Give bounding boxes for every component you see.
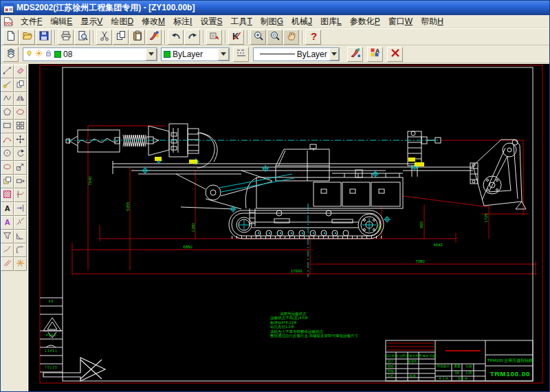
- open-button[interactable]: [19, 30, 35, 45]
- color-combo[interactable]: ByLayer: [161, 47, 230, 61]
- print-button[interactable]: [58, 30, 74, 45]
- toolbar-separator: [302, 30, 303, 44]
- move-icon: [16, 134, 25, 146]
- zoom-window-icon: [270, 30, 280, 44]
- color-combo-arrow[interactable]: [218, 48, 229, 61]
- toolbar-separator: [93, 30, 94, 44]
- new-button[interactable]: [3, 30, 19, 45]
- sketch-icon: [3, 244, 12, 257]
- layer-on-icon: [25, 50, 33, 59]
- erase-icon: [16, 65, 25, 78]
- svg-text:A: A: [5, 204, 10, 213]
- color-text-button[interactable]: A: [367, 47, 383, 62]
- match-properties-button[interactable]: [347, 47, 363, 62]
- sheet-frame: [40, 67, 533, 381]
- mline-icon: [3, 258, 12, 270]
- menu-p[interactable]: 参数化P: [346, 15, 384, 28]
- linetype-manager-button[interactable]: [233, 47, 249, 62]
- tool-block-button[interactable]: [1, 175, 14, 188]
- menu-v[interactable]: 显示V: [76, 15, 107, 28]
- tool-ellipse-button[interactable]: [1, 161, 14, 175]
- tool-mirror-button[interactable]: [14, 92, 27, 106]
- drawing-canvas[interactable]: TRM100 全液压旋挖钻机 TRM100.00 704059551380453…: [28, 64, 549, 391]
- menu-h[interactable]: 帮助H: [417, 15, 448, 28]
- menu-t[interactable]: 工具T: [226, 15, 256, 28]
- tool-circle-button[interactable]: [1, 147, 14, 161]
- tool-polyline-button[interactable]: [1, 92, 14, 106]
- undo-button[interactable]: [168, 30, 184, 45]
- cut-button[interactable]: [96, 30, 112, 45]
- tool-rotate-button[interactable]: [14, 147, 27, 161]
- menu-f[interactable]: 文件F: [16, 15, 46, 28]
- tool-move-button[interactable]: [14, 133, 27, 147]
- pan-button[interactable]: [283, 30, 299, 45]
- current-layer: 08: [63, 50, 72, 59]
- preview-icon: [77, 30, 88, 44]
- svg-text:DOC: DOC: [5, 21, 13, 25]
- format-brush-button[interactable]: [146, 30, 162, 45]
- hatch-icon: [3, 189, 12, 202]
- tool-ray-button[interactable]: [1, 78, 14, 92]
- menu-i[interactable]: 标注I: [169, 15, 196, 28]
- tool-extend-button[interactable]: [14, 202, 27, 216]
- direction-arrow: [43, 358, 105, 381]
- delete-button[interactable]: [387, 47, 403, 62]
- cad-drawing: [29, 64, 550, 392]
- linetype-combo[interactable]: ByLayer: [253, 47, 340, 61]
- tool-chamfer-button[interactable]: [14, 230, 27, 243]
- tool-array-button[interactable]: [14, 120, 27, 133]
- menu-e[interactable]: 编辑E: [46, 15, 76, 28]
- menu-d[interactable]: 绘图D: [107, 15, 138, 28]
- menu-l[interactable]: 图库L: [316, 15, 346, 28]
- zoom-window-button[interactable]: [267, 30, 283, 45]
- tool-stretch-button[interactable]: [14, 175, 27, 188]
- linetype-combo-arrow[interactable]: [329, 48, 339, 61]
- redo-button[interactable]: [184, 30, 200, 45]
- document-icon[interactable]: DOC: [3, 17, 14, 27]
- menu-j[interactable]: 机械J: [287, 15, 316, 28]
- menu-s[interactable]: 设置S: [196, 15, 226, 28]
- zoom-in-button[interactable]: [250, 30, 266, 45]
- save-button[interactable]: [36, 30, 52, 45]
- svg-text:?: ?: [311, 30, 317, 41]
- layer-manager-button[interactable]: [3, 47, 19, 62]
- tool-arc-button[interactable]: [1, 133, 14, 147]
- copy-button[interactable]: [113, 30, 129, 45]
- tool-sketch-button[interactable]: [1, 243, 14, 257]
- tool-mline-button[interactable]: [1, 257, 14, 271]
- redo-icon: [187, 30, 198, 44]
- tool-cloud-button[interactable]: [14, 106, 27, 120]
- print-icon: [60, 30, 72, 44]
- tool-polygon-button[interactable]: [1, 106, 14, 120]
- insert-block-button[interactable]: [206, 30, 222, 45]
- tool-fillet-button[interactable]: [14, 243, 27, 257]
- redraw-button[interactable]: K: [228, 30, 244, 45]
- tool-scale-button[interactable]: [14, 161, 27, 175]
- tool-trim-button[interactable]: [14, 188, 27, 202]
- menu-g[interactable]: 制图G: [256, 15, 287, 28]
- tool-hatch-button[interactable]: [1, 188, 14, 202]
- layer-combo[interactable]: 08: [23, 47, 157, 61]
- menu-w[interactable]: 窗口W: [384, 15, 417, 28]
- menu-items: 文件F编辑E显示V绘图D修改M标注I设置S工具T制图G机械J图库L参数化P窗口W…: [16, 15, 448, 28]
- layer-combo-arrow[interactable]: [146, 48, 157, 61]
- tool-copy-obj-button[interactable]: [14, 78, 27, 92]
- tool-text-button[interactable]: A: [1, 202, 14, 216]
- help-button[interactable]: ?: [305, 30, 321, 45]
- tool-line-button[interactable]: [1, 65, 14, 78]
- current-color: ByLayer: [173, 50, 203, 59]
- tool-filter-button[interactable]: [1, 230, 14, 243]
- rotate-icon: [16, 148, 25, 160]
- mtext-icon: A: [3, 217, 12, 229]
- tool-rectangle-button[interactable]: [1, 120, 14, 133]
- layer-freeze-icon: [35, 50, 43, 59]
- preview-button[interactable]: [74, 30, 90, 45]
- format-brush-icon: [148, 30, 160, 44]
- tool-explode-button[interactable]: [14, 257, 27, 271]
- tool-mtext-button[interactable]: A: [1, 216, 14, 230]
- current-linetype: ByLayer: [297, 50, 327, 59]
- menu-m[interactable]: 修改M: [138, 15, 169, 28]
- tool-break-button[interactable]: [14, 216, 27, 230]
- paste-button[interactable]: [129, 30, 145, 45]
- tool-erase-button[interactable]: [14, 65, 27, 78]
